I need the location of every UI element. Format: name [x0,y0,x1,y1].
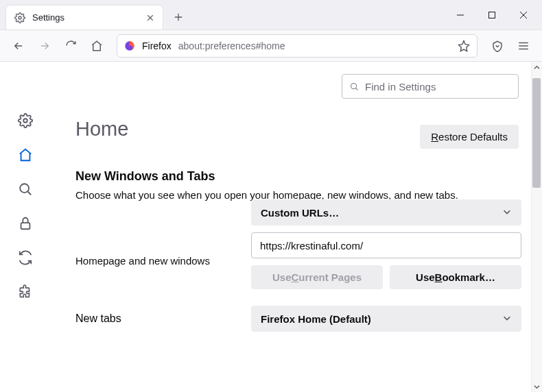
url-text: about:preferences#home [178,40,285,51]
newtabs-row: New tabs Firefox Home (Default) [75,306,521,332]
newtabs-select[interactable]: Firefox Home (Default) [251,306,521,332]
tab-strip: Settings [0,0,542,30]
restore-defaults-button[interactable]: Restore Defaults [420,125,519,149]
navigation-toolbar: Firefox about:preferences#home [0,30,542,62]
window: Settings Firefox about:preferences#home [0,0,542,392]
use-bookmark-button[interactable]: Use Bookmark… [390,265,521,289]
window-controls [445,0,539,30]
scrollbar-thumb[interactable] [532,78,541,188]
homepage-label: Homepage and new windows [75,255,237,267]
scrollbar[interactable] [531,62,542,392]
minimize-button[interactable] [445,1,476,29]
chevron-down-icon [502,207,512,219]
url-bar[interactable]: Firefox about:preferences#home [117,34,478,58]
search-icon [349,82,360,92]
new-tab-button[interactable] [167,6,189,28]
save-to-pocket-button[interactable] [486,34,509,58]
sidebar-item-home[interactable] [16,145,35,164]
homepage-select-value: Custom URLs… [261,207,339,219]
svg-point-4 [20,184,29,193]
reload-button[interactable] [59,34,82,58]
sidebar-item-search[interactable] [16,180,35,199]
svg-point-6 [351,83,357,88]
content-area: Find in Settings Home Restore Defaults N… [0,62,542,392]
homepage-select[interactable]: Custom URLs… [251,199,521,225]
svg-point-3 [23,119,27,123]
svg-point-0 [19,16,21,19]
homepage-row: Homepage and new windows Custom URLs… Us… [75,232,521,289]
svg-rect-1 [489,12,495,19]
svg-rect-5 [21,223,30,229]
newtabs-select-value: Firefox Home (Default) [261,313,371,325]
close-icon[interactable] [145,12,156,23]
identity-label: Firefox [142,40,172,51]
sidebar-item-general[interactable] [16,111,35,130]
back-button[interactable] [7,34,30,58]
tab-title: Settings [32,12,138,23]
scroll-down-icon[interactable] [531,381,542,392]
newtabs-label: New tabs [75,313,237,325]
settings-main: Find in Settings Home Restore Defaults N… [51,62,542,392]
forward-button[interactable] [33,34,56,58]
scroll-up-icon[interactable] [531,62,542,73]
sidebar-item-sync[interactable] [16,248,35,267]
use-current-pages-button[interactable]: Use Current Pages [251,265,383,289]
sidebar-item-extensions[interactable] [16,282,35,302]
settings-sidebar [0,62,51,392]
gear-icon [14,12,25,23]
browser-tab[interactable]: Settings [5,5,163,29]
sidebar-item-privacy[interactable] [16,214,35,233]
app-menu-button[interactable] [512,34,535,58]
homepage-url-input[interactable] [251,232,521,258]
maximize-button[interactable] [476,1,508,29]
search-input[interactable]: Find in Settings [342,74,519,99]
search-placeholder: Find in Settings [365,81,436,93]
close-window-button[interactable] [508,1,539,29]
bookmark-star-icon[interactable] [458,40,470,52]
section-heading: New Windows and Tabs [75,169,521,184]
home-button[interactable] [85,34,108,58]
firefox-icon [124,40,135,51]
chevron-down-icon [502,313,512,325]
